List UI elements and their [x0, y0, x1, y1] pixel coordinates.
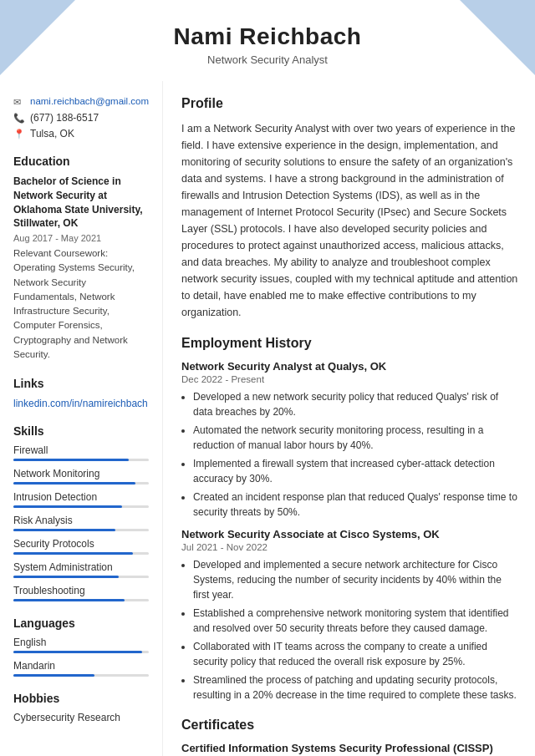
- edu-degree: Bachelor of Science in Network Security …: [13, 175, 149, 231]
- job-title: Network Security Associate at Cisco Syst…: [181, 528, 518, 540]
- skill-bar-bg: [13, 459, 149, 461]
- skill-bar-fill: [13, 599, 125, 601]
- header: Nami Reichbach Network Security Analyst: [0, 0, 535, 81]
- location-text: Tulsa, OK: [30, 128, 74, 140]
- skill-bar-bg: [13, 552, 149, 555]
- job-bullet: Developed a new network security policy …: [193, 389, 518, 419]
- skill-name: Network Monitoring: [13, 468, 149, 479]
- skill-item: Firewall: [13, 444, 149, 461]
- skill-bar-fill: [13, 576, 119, 578]
- linkedin-link[interactable]: linkedin.com/in/namireichbach: [13, 398, 148, 409]
- skill-bar-fill: [13, 482, 135, 485]
- skill-bar-fill: [13, 552, 133, 555]
- cert-entry: Certified Information Systems Security P…: [181, 742, 518, 756]
- sidebar: ✉ nami.reichbach@gmail.com 📞 (677) 188-6…: [0, 81, 163, 756]
- job-bullet: Established a comprehensive network moni…: [193, 606, 518, 636]
- skills-section: Skills Firewall Network Monitoring Intru…: [13, 424, 149, 601]
- coursework-label: Relevant Coursework:: [13, 248, 108, 258]
- skill-bar-bg: [13, 599, 149, 601]
- education-section: Education Bachelor of Science in Network…: [13, 155, 149, 362]
- employment-section: Employment History Network Security Anal…: [181, 336, 518, 703]
- education-heading: Education: [13, 155, 149, 168]
- links-heading: Links: [13, 377, 149, 390]
- language-bar-bg: [13, 674, 149, 677]
- email-icon: ✉: [13, 97, 25, 108]
- phone-item: 📞 (677) 188-6517: [13, 112, 149, 124]
- main-layout: ✉ nami.reichbach@gmail.com 📞 (677) 188-6…: [0, 81, 535, 756]
- skill-bar-bg: [13, 529, 149, 531]
- profile-heading: Profile: [181, 96, 518, 114]
- languages-list: English Mandarin: [13, 637, 149, 677]
- skill-bar-bg: [13, 576, 149, 578]
- skills-heading: Skills: [13, 424, 149, 438]
- certs-list: Certified Information Systems Security P…: [181, 742, 518, 756]
- language-bar-fill: [13, 651, 142, 653]
- language-item: English: [13, 637, 149, 653]
- links-section: Links linkedin.com/in/namireichbach: [13, 377, 149, 409]
- job-dates: Jul 2021 - Nov 2022: [181, 542, 518, 552]
- skill-item: Intrusion Detection: [13, 491, 149, 508]
- job-bullets: Developed a new network security policy …: [181, 389, 518, 520]
- skill-name: Risk Analysis: [13, 515, 149, 526]
- language-bar-fill: [13, 674, 94, 677]
- certificates-heading: Certificates: [181, 718, 518, 735]
- job-title: Network Security Analyst at Qualys, OK: [181, 360, 518, 373]
- language-bar-bg: [13, 651, 149, 653]
- phone-icon: 📞: [13, 113, 25, 124]
- skills-list: Firewall Network Monitoring Intrusion De…: [13, 444, 149, 601]
- job-bullets: Developed and implemented a secure netwo…: [181, 557, 518, 703]
- job-entry: Network Security Associate at Cisco Syst…: [181, 528, 518, 703]
- job-bullet: Developed and implemented a secure netwo…: [193, 557, 518, 602]
- skill-name: System Administration: [13, 561, 149, 573]
- email-link[interactable]: nami.reichbach@gmail.com: [30, 96, 149, 106]
- job-bullet: Collaborated with IT teams across the co…: [193, 639, 518, 669]
- skill-item: Risk Analysis: [13, 515, 149, 531]
- phone-text: (677) 188-6517: [30, 112, 99, 124]
- edu-coursework: Relevant Coursework: Operating Systems S…: [13, 246, 149, 362]
- contact-section: ✉ nami.reichbach@gmail.com 📞 (677) 188-6…: [13, 96, 149, 140]
- job-entry: Network Security Analyst at Qualys, OK D…: [181, 360, 518, 520]
- hobbies-heading: Hobbies: [13, 692, 149, 705]
- skill-item: Security Protocols: [13, 538, 149, 555]
- job-title-header: Network Security Analyst: [17, 53, 518, 66]
- job-bullet: Implemented a firewall system that incre…: [193, 456, 518, 486]
- jobs-list: Network Security Analyst at Qualys, OK D…: [181, 360, 518, 703]
- location-icon: 📍: [13, 129, 25, 140]
- job-bullet: Automated the network security monitorin…: [193, 423, 518, 453]
- language-name: Mandarin: [13, 660, 149, 672]
- skill-item: Troubleshooting: [13, 585, 149, 601]
- profile-text: I am a Network Security Analyst with ove…: [181, 120, 518, 321]
- job-bullet: Created an incident response plan that r…: [193, 490, 518, 520]
- profile-section: Profile I am a Network Security Analyst …: [181, 96, 518, 321]
- job-bullet: Streamlined the process of patching and …: [193, 672, 518, 703]
- certificates-section: Certificates Certified Information Syste…: [181, 718, 518, 756]
- skill-name: Intrusion Detection: [13, 491, 149, 503]
- skill-bar-fill: [13, 505, 122, 508]
- language-name: English: [13, 637, 149, 648]
- hobbies-text: Cybersecurity Research: [13, 712, 149, 723]
- linkedin-item: linkedin.com/in/namireichbach: [13, 397, 149, 409]
- skill-name: Firewall: [13, 444, 149, 456]
- hobbies-section: Hobbies Cybersecurity Research: [13, 692, 149, 723]
- skill-name: Security Protocols: [13, 538, 149, 550]
- location-item: 📍 Tulsa, OK: [13, 128, 149, 140]
- languages-heading: Languages: [13, 616, 149, 630]
- language-item: Mandarin: [13, 660, 149, 677]
- edu-dates: Aug 2017 - May 2021: [13, 233, 149, 243]
- skill-name: Troubleshooting: [13, 585, 149, 596]
- skill-bar-bg: [13, 505, 149, 508]
- full-name: Nami Reichbach: [17, 23, 518, 50]
- skill-bar-fill: [13, 459, 129, 461]
- coursework-text: Operating Systems Security, Network Secu…: [13, 262, 135, 359]
- cert-name: Certified Information Systems Security P…: [181, 742, 518, 754]
- email-item: ✉ nami.reichbach@gmail.com: [13, 96, 149, 108]
- job-dates: Dec 2022 - Present: [181, 374, 518, 384]
- employment-heading: Employment History: [181, 336, 518, 353]
- skill-bar-bg: [13, 482, 149, 485]
- skill-item: System Administration: [13, 561, 149, 578]
- skill-bar-fill: [13, 529, 115, 531]
- main-content: Profile I am a Network Security Analyst …: [163, 81, 535, 756]
- skill-item: Network Monitoring: [13, 468, 149, 485]
- languages-section: Languages English Mandarin: [13, 616, 149, 677]
